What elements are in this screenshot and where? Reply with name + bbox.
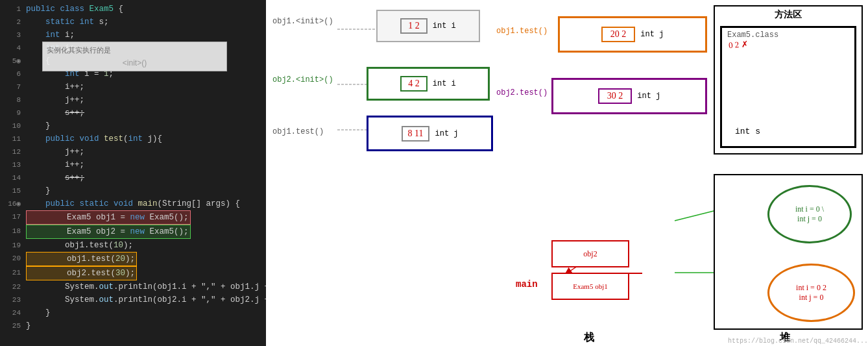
code-line-1: 1 public class Exam5 { bbox=[0, 3, 266, 16]
obj2-test-int-j: int j bbox=[637, 92, 660, 101]
code-line-5: 5◉ { 实例化其实执行的是 <init>() bbox=[0, 55, 266, 68]
obj1-init-frame: 1 2 int i bbox=[376, 10, 480, 42]
obj1-init-label: obj1.<init>() bbox=[272, 16, 333, 26]
obj2-init-int-i: int i bbox=[433, 79, 456, 88]
int-s-label: int s bbox=[735, 127, 760, 136]
code-line-14: 14 s++; bbox=[0, 171, 266, 184]
code-line-12: 12 j++; bbox=[0, 145, 266, 158]
obj2-init-frame: 4 2 int i bbox=[367, 67, 490, 101]
obj1-test-right-label: obj1.test() bbox=[496, 26, 548, 36]
stack-area: obj2 Exam5 obj1 bbox=[551, 240, 642, 318]
code-line-22: 22 System.out.println(obj1.i + "," + obj… bbox=[0, 280, 266, 293]
heap-int-i-2: int i = 0 2 bbox=[796, 283, 826, 293]
code-line-7: 7 i++; bbox=[0, 80, 266, 93]
method-area-title: 方法区 bbox=[715, 6, 862, 23]
stack-label: 栈 bbox=[584, 331, 594, 345]
code-line-21: 21 obj2.test(30); bbox=[0, 266, 266, 280]
stack-obj1-box: Exam5 obj1 bbox=[551, 273, 629, 300]
code-line-15: 15 } bbox=[0, 184, 266, 197]
heap-int-j-1: int j = 0 bbox=[797, 214, 822, 224]
code-line-20: 20 obj1.test(20); bbox=[0, 252, 266, 266]
method-area-val: 0 2 ✗ bbox=[728, 39, 749, 51]
code-panel: 1 public class Exam5 { 2 static int s; 3… bbox=[0, 0, 266, 346]
code-line-24: 24 } bbox=[0, 306, 266, 319]
code-line-16: 16◉ public static void main(String[] arg… bbox=[0, 197, 266, 210]
exam5-class-box: Exam5.class 0 2 ✗ int s bbox=[720, 26, 856, 148]
obj1-test-int-j: int j bbox=[435, 129, 458, 138]
obj1-init-int-i: int i bbox=[433, 21, 456, 31]
obj2-test-label: obj2.test() bbox=[496, 88, 548, 97]
obj1-test-right-inner: 20 2 bbox=[601, 27, 636, 42]
obj1-test-right-int-j: int j bbox=[640, 30, 664, 39]
code-line-25: 25 } bbox=[0, 319, 266, 332]
heap-circle-2: int i = 0 2 int j = 0 bbox=[767, 264, 855, 322]
stack-obj2-label: obj2 bbox=[583, 249, 597, 259]
code-line-11: 11 public void test(int j){ bbox=[0, 132, 266, 145]
main-label: main bbox=[516, 279, 538, 290]
heap-area: int i = 0 \ int j = 0 int i = 0 2 int j … bbox=[714, 174, 863, 330]
code-line-19: 19 obj1.test(10); bbox=[0, 239, 266, 252]
obj1-init-inner: 1 2 bbox=[400, 18, 428, 34]
diagram-area: obj1.<init>() 1 2 int i obj2.<init>() 4 … bbox=[266, 0, 868, 346]
stack-divider bbox=[551, 273, 642, 274]
code-line-8: 8 j++; bbox=[0, 93, 266, 106]
code-line-10: 10 } bbox=[0, 119, 266, 132]
obj1-test-inner: 8 11 bbox=[402, 126, 430, 142]
obj2-init-inner: 4 2 bbox=[400, 76, 428, 92]
heap-int-j-2: int j = 0 bbox=[799, 293, 824, 303]
obj1-test-label: obj1.test() bbox=[272, 127, 324, 136]
obj1-test-right-frame: 20 2 int j bbox=[558, 16, 707, 53]
code-line-3: 3 int i; bbox=[0, 29, 266, 42]
obj2-init-label: obj2.<init>() bbox=[272, 75, 333, 84]
code-line-23: 23 System.out.println(obj2.i + "," + obj… bbox=[0, 293, 266, 306]
watermark: https://blog.csdn.net/qq_42466244... bbox=[728, 338, 868, 345]
heap-circle-1: int i = 0 \ int j = 0 bbox=[767, 185, 852, 243]
code-line-9: 9 s++; bbox=[0, 106, 266, 119]
method-area: 方法区 Exam5.class 0 2 ✗ int s bbox=[714, 5, 863, 154]
obj2-test-inner: 30 2 bbox=[598, 88, 633, 104]
obj1-test-frame: 8 11 int j bbox=[367, 116, 493, 151]
obj2-test-frame: 30 2 int j bbox=[551, 78, 707, 114]
stack-exam5-label: Exam5 obj1 bbox=[573, 282, 607, 290]
heap-int-i-1: int i = 0 \ bbox=[795, 204, 824, 214]
code-line-18: 18 Exam5 obj2 = new Exam5(); bbox=[0, 225, 266, 239]
code-line-2: 2 static int s; bbox=[0, 16, 266, 29]
code-line-17: 17 Exam5 obj1 = new Exam5(); bbox=[0, 210, 266, 225]
stack-obj2-box: obj2 bbox=[551, 240, 629, 267]
code-line-13: 13 i++; bbox=[0, 158, 266, 171]
